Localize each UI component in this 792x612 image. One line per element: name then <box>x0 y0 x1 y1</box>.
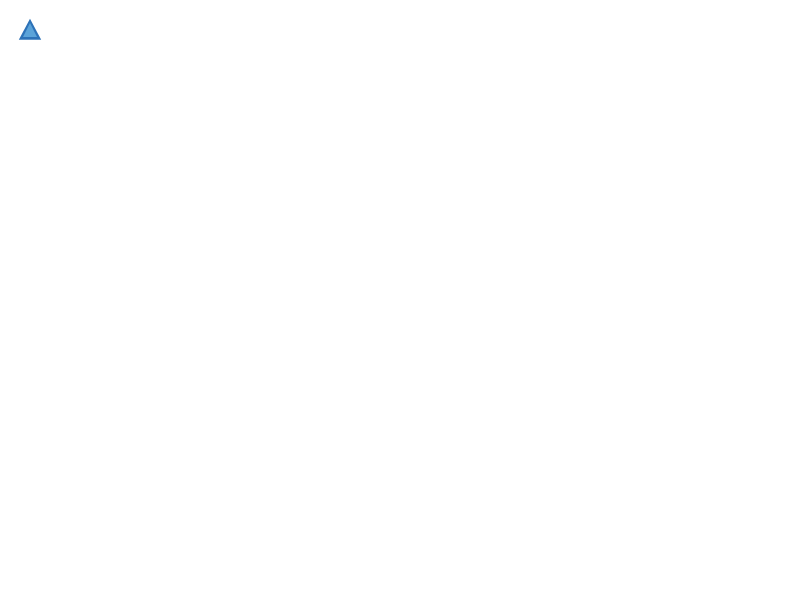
logo <box>16 16 48 44</box>
logo-icon <box>16 16 44 44</box>
page-header <box>16 16 776 44</box>
